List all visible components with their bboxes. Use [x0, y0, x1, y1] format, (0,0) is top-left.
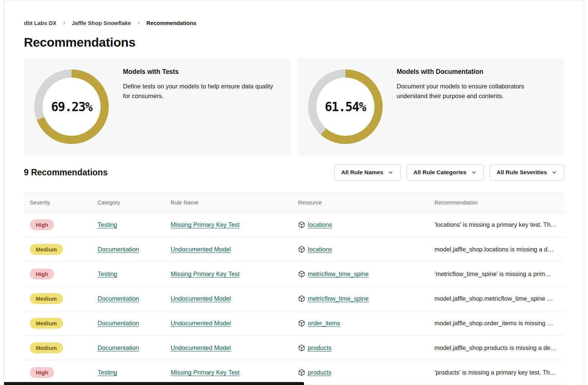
severity-badge: High — [30, 219, 54, 230]
metric-card-description: Document your models to ensure collabora… — [397, 82, 535, 101]
recommendations-table: Severity Category Rule Name Resource Rec… — [24, 192, 564, 385]
table-header-row: Severity Category Rule Name Resource Rec… — [24, 192, 564, 213]
tests-percent-value: 69.23% — [34, 69, 109, 144]
package-icon — [298, 270, 305, 278]
severity-badge: Medium — [30, 293, 63, 304]
list-bar: 9 Recommendations All Rule Names All Rul… — [24, 164, 564, 181]
package-icon — [298, 320, 305, 327]
tests-donut-chart: 69.23% — [34, 69, 109, 144]
table-row: Medium Documentation Undocumented Model … — [24, 237, 564, 262]
resource-link[interactable]: products — [308, 369, 331, 376]
rule-name-link[interactable]: Undocumented Model — [171, 320, 231, 327]
chevron-right-icon — [62, 21, 67, 25]
category-link[interactable]: Testing — [98, 221, 117, 228]
resource-link[interactable]: metricflow_time_spine — [308, 295, 369, 302]
filters: All Rule Names All Rule Categories All R… — [334, 164, 564, 181]
metric-card-documentation: 61.54% Models with Documentation Documen… — [298, 58, 565, 155]
resource-link[interactable]: locations — [308, 246, 332, 253]
package-icon — [298, 246, 305, 253]
metric-cards: 69.23% Models with Tests Define tests on… — [24, 58, 564, 155]
resource-link[interactable]: products — [308, 344, 331, 351]
severity-badge: High — [30, 269, 54, 279]
metric-card-description: Define tests on your models to help ensu… — [123, 82, 282, 101]
horizontal-scrollbar-thumb[interactable] — [4, 382, 304, 385]
category-link[interactable]: Documentation — [98, 320, 139, 327]
severity-badge: High — [30, 367, 54, 378]
column-header-recommendation: Recommendation — [429, 200, 564, 206]
rule-name-link[interactable]: Undocumented Model — [171, 295, 231, 302]
filter-label: All Rule Names — [341, 169, 383, 176]
recommendation-text: model.jaffle_shop.locations is missing a… — [429, 246, 564, 253]
recommendation-text: 'locations' is missing a primary key tes… — [429, 221, 564, 228]
table-body: High Testing Missing Primary Key Test lo… — [24, 213, 564, 385]
rule-severities-filter-dropdown[interactable]: All Rule Severities — [490, 164, 564, 181]
package-icon — [298, 295, 305, 302]
chevron-down-icon — [388, 170, 393, 175]
rule-name-link[interactable]: Missing Primary Key Test — [171, 270, 240, 278]
documentation-percent-value: 61.54% — [308, 69, 383, 144]
category-link[interactable]: Testing — [98, 369, 117, 376]
chevron-right-icon — [136, 21, 141, 25]
recommendation-text: model.jaffle_shop.order_items is missing… — [429, 320, 564, 327]
recommendations-count-heading: 9 Recommendations — [24, 168, 108, 178]
table-row: High Testing Missing Primary Key Test pr… — [24, 360, 564, 385]
column-header-rule-name: Rule Name — [165, 200, 292, 206]
chevron-down-icon — [471, 170, 477, 175]
severity-badge: Medium — [30, 318, 63, 329]
rule-names-filter-dropdown[interactable]: All Rule Names — [334, 164, 401, 181]
rule-name-link[interactable]: Undocumented Model — [171, 344, 231, 351]
recommendation-text: model.jaffle_shop.metricflow_time_spine … — [429, 295, 564, 302]
table-row: Medium Documentation Undocumented Model … — [24, 336, 564, 360]
resource-link[interactable]: locations — [308, 221, 332, 228]
table-row: High Testing Missing Primary Key Test me… — [24, 262, 564, 287]
filter-label: All Rule Categories — [414, 169, 467, 176]
metric-card-title: Models with Documentation — [397, 68, 535, 76]
column-header-severity: Severity — [24, 200, 92, 206]
rule-name-link[interactable]: Undocumented Model — [171, 246, 231, 253]
category-link[interactable]: Documentation — [98, 246, 139, 253]
table-row: High Testing Missing Primary Key Test lo… — [24, 213, 564, 237]
documentation-donut-chart: 61.54% — [308, 69, 383, 144]
page-frame: dbt Labs DX Jaffle Shop Snowflake Recomm… — [4, 0, 584, 385]
chevron-down-icon — [551, 170, 557, 175]
table-row: Medium Documentation Undocumented Model … — [24, 287, 564, 311]
resource-link[interactable]: order_items — [308, 320, 340, 327]
breadcrumb-item-project[interactable]: Jaffle Shop Snowflake — [72, 20, 131, 26]
breadcrumb-item-account[interactable]: dbt Labs DX — [24, 20, 57, 26]
rule-name-link[interactable]: Missing Primary Key Test — [171, 221, 240, 228]
severity-badge: Medium — [30, 244, 63, 255]
category-link[interactable]: Documentation — [98, 344, 139, 351]
metric-card-title: Models with Tests — [123, 68, 282, 76]
package-icon — [298, 344, 305, 351]
rule-categories-filter-dropdown[interactable]: All Rule Categories — [407, 164, 484, 181]
table-row: Medium Documentation Undocumented Model … — [24, 311, 564, 336]
column-header-category: Category — [92, 200, 165, 206]
category-link[interactable]: Documentation — [98, 295, 139, 302]
filter-label: All Rule Severities — [497, 169, 547, 176]
page-title: Recommendations — [24, 35, 564, 50]
rule-name-link[interactable]: Missing Primary Key Test — [171, 369, 240, 376]
breadcrumb: dbt Labs DX Jaffle Shop Snowflake Recomm… — [24, 20, 564, 26]
severity-badge: Medium — [30, 342, 63, 353]
package-icon — [298, 369, 305, 376]
recommendation-text: 'metricflow_time_spine' is missing a pri… — [429, 270, 564, 278]
recommendation-text: 'products' is missing a primary key test… — [429, 369, 564, 376]
metric-card-tests: 69.23% Models with Tests Define tests on… — [24, 58, 291, 155]
recommendation-text: model.jaffle_shop.products is missing a … — [429, 344, 564, 351]
package-icon — [298, 221, 305, 228]
breadcrumb-item-current: Recommendations — [146, 20, 196, 26]
category-link[interactable]: Testing — [98, 270, 117, 278]
resource-link[interactable]: metricflow_time_spine — [308, 270, 369, 278]
column-header-resource: Resource — [292, 200, 429, 206]
